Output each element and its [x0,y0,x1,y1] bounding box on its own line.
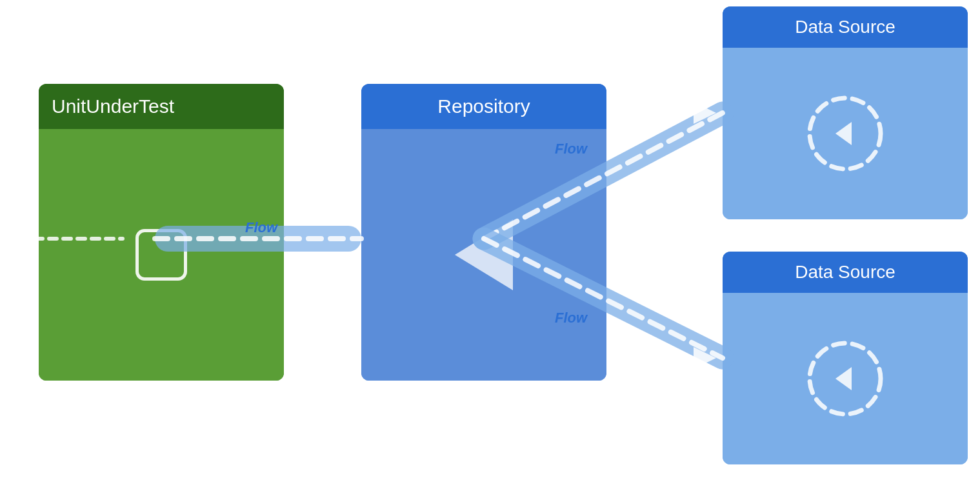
repository-body [361,129,606,381]
svg-marker-1 [835,122,852,145]
square-icon [135,229,187,281]
data-source-bottom-box: Data Source [723,252,968,464]
circle-arrow-top-icon [800,88,890,179]
svg-marker-11 [694,102,716,124]
svg-marker-12 [694,347,716,369]
svg-marker-3 [835,367,852,390]
repository-box: Repository [361,84,606,381]
circle-arrow-bottom-icon [800,334,890,424]
data-source-top-box: Data Source [723,6,968,219]
diagram-container: UnitUnderTest Repository Data Source Dat… [0,0,980,478]
flow-label-3: Flow [555,310,587,326]
repository-title: Repository [361,84,606,129]
triangle-icon [455,219,513,290]
unit-under-test-title: UnitUnderTest [39,84,284,129]
flow-label-1: Flow [245,219,277,236]
flow-label-2: Flow [555,141,587,157]
data-source-bottom-title: Data Source [723,252,968,293]
data-source-top-title: Data Source [723,6,968,48]
unit-under-test-body [39,129,284,381]
data-source-bottom-body [723,293,968,464]
data-source-top-body [723,48,968,219]
